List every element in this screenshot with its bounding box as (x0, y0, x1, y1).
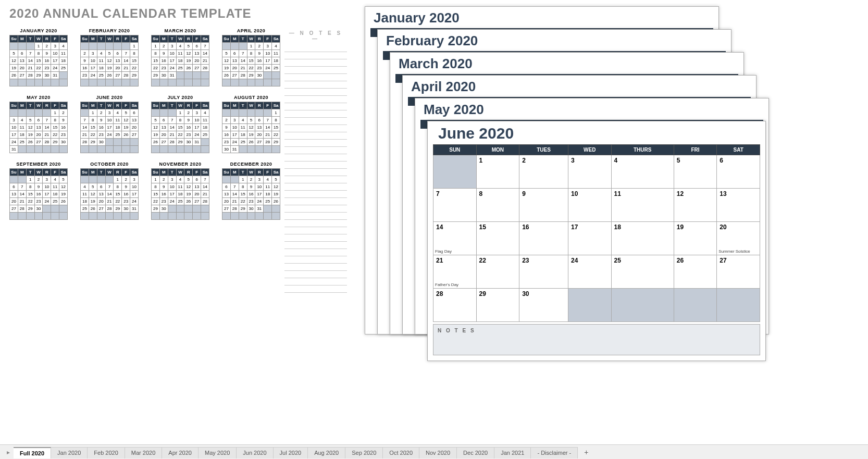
calendar-cell[interactable]: 7 (433, 189, 477, 222)
large-month-table: SUNMONTUESWEDTHURSFRISAT 123456789101112… (433, 144, 760, 322)
calendar-cell[interactable]: 29 (476, 289, 519, 322)
mini-month-title: JANUARY 2020 (9, 28, 68, 33)
sheet-tab[interactable]: May 2020 (199, 447, 237, 458)
mini-month-title: OCTOBER 2020 (80, 162, 139, 167)
annual-calendar: 2020 ANNUAL CALENDAR TEMPLATE JANUARY 20… (9, 6, 280, 220)
calendar-cell[interactable]: 21Father's Day (433, 255, 477, 289)
calendar-cell[interactable]: 30 (519, 289, 568, 322)
mini-month-title: SEPTEMBER 2020 (9, 162, 68, 167)
sheet-tab[interactable]: Apr 2020 (162, 447, 199, 458)
calendar-cell[interactable]: 11 (611, 189, 674, 222)
mini-month-title: NOVEMBER 2020 (151, 162, 209, 167)
mini-month: OCTOBER 2020SuMTWRFSa1234567891011121314… (80, 162, 139, 220)
calendar-cell[interactable]: 20Summer Solstice (717, 222, 760, 255)
notes-label: — N O T E S — (284, 30, 347, 42)
mini-month: FEBRUARY 2020SuMTWRFSa123456789101112131… (80, 28, 139, 86)
calendar-cell[interactable]: 26 (674, 255, 717, 289)
sheet-title: May 2020 (424, 102, 763, 118)
calendar-cell[interactable]: 19 (674, 222, 717, 255)
page-title: 2020 ANNUAL CALENDAR TEMPLATE (9, 6, 280, 21)
sheet-tab[interactable]: - Disclaimer - (531, 447, 578, 458)
calendar-cell[interactable]: 2 (519, 155, 568, 189)
mini-month-title: FEBRUARY 2020 (80, 28, 139, 33)
tab-nav-prev[interactable]: ▸ (3, 449, 14, 456)
sheet-tab[interactable]: Jul 2020 (274, 447, 308, 458)
mini-month: MAY 2020SuMTWRFSa12345678910111213141516… (9, 95, 68, 153)
calendar-cell[interactable]: 28 (433, 289, 477, 322)
calendar-cell[interactable] (674, 289, 717, 322)
event-label: Flag Day (435, 249, 452, 254)
calendar-cell[interactable] (568, 289, 611, 322)
mini-month: NOVEMBER 2020SuMTWRFSa123456789101112131… (151, 162, 209, 220)
mini-month-title: AUGUST 2020 (222, 95, 280, 100)
mini-month: MARCH 2020SuMTWRFSa123456789101112131415… (151, 28, 209, 86)
calendar-cell[interactable] (717, 289, 760, 322)
mini-months-grid: JANUARY 2020SuMTWRFSa1234567891011121314… (9, 28, 280, 220)
mini-month: AUGUST 2020SuMTWRFSa12345678910111213141… (222, 95, 280, 153)
sheet-tab[interactable]: Jun 2020 (237, 447, 273, 458)
sheet-tab[interactable]: Jan 2020 (51, 447, 88, 458)
mini-month-title: JUNE 2020 (80, 95, 139, 100)
calendar-cell[interactable]: 5 (674, 155, 717, 189)
mini-month: SEPTEMBER 2020SuMTWRFSa12345678910111213… (9, 162, 68, 220)
mini-month-title: MARCH 2020 (151, 28, 209, 33)
event-label: Summer Solstice (718, 249, 750, 254)
calendar-cell[interactable]: 15 (476, 222, 519, 255)
calendar-cell[interactable]: 22 (476, 255, 519, 289)
calendar-cell[interactable]: 17 (568, 222, 611, 255)
sheet-tab[interactable]: Full 2020 (14, 447, 51, 458)
calendar-cell[interactable]: 24 (568, 255, 611, 289)
sheet-tab[interactable]: Nov 2020 (419, 447, 457, 458)
mini-month: JANUARY 2020SuMTWRFSa1234567891011121314… (9, 28, 68, 86)
mini-month-title: JULY 2020 (151, 95, 209, 100)
sheet-title: April 2020 (411, 79, 751, 95)
calendar-cell[interactable]: 8 (476, 189, 519, 222)
sheet-tab[interactable]: Aug 2020 (308, 447, 345, 458)
event-label: Father's Day (435, 282, 458, 287)
sheet-title: March 2020 (399, 56, 738, 72)
calendar-cell[interactable]: 27 (717, 255, 760, 289)
sheet-tab[interactable]: Mar 2020 (125, 447, 162, 458)
calendar-cell[interactable]: 25 (611, 255, 674, 289)
calendar-cell[interactable]: 6 (717, 155, 760, 189)
calendar-cell[interactable] (611, 289, 674, 322)
calendar-cell[interactable]: 10 (568, 189, 611, 222)
calendar-cell[interactable] (433, 155, 477, 189)
sheet-tab[interactable]: Feb 2020 (88, 447, 125, 458)
mini-month-title: APRIL 2020 (222, 28, 280, 33)
large-month-title: June 2020 (438, 125, 760, 142)
sheet-tab[interactable]: Jan 2021 (494, 447, 531, 458)
notes-column: — N O T E S — (284, 30, 347, 293)
calendar-cell[interactable]: 14Flag Day (433, 222, 477, 255)
calendar-cell[interactable]: 23 (519, 255, 568, 289)
sheet-tab[interactable]: Oct 2020 (383, 447, 419, 458)
calendar-cell[interactable]: 1 (476, 155, 519, 189)
calendar-cell[interactable]: 16 (519, 222, 568, 255)
tab-add[interactable]: + (578, 446, 594, 458)
calendar-cell[interactable]: 13 (717, 189, 760, 222)
mini-month: JUNE 2020SuMTWRFSa1234567891011121314151… (80, 95, 139, 153)
calendar-cell[interactable]: 9 (519, 189, 568, 222)
sheet-tabs: ▸ Full 2020Jan 2020Feb 2020Mar 2020Apr 2… (0, 444, 868, 459)
large-month-calendar: June 2020 SUNMONTUESWEDTHURSFRISAT 12345… (427, 121, 766, 361)
calendar-cell[interactable]: 3 (568, 155, 611, 189)
mini-month-title: DECEMBER 2020 (222, 162, 280, 167)
sheet-title: February 2020 (386, 33, 726, 49)
sheet-title: January 2020 (374, 10, 713, 26)
calendar-cell[interactable]: 12 (674, 189, 717, 222)
sheet-tab[interactable]: Dec 2020 (457, 447, 494, 458)
calendar-cell[interactable]: 4 (611, 155, 674, 189)
notes-box[interactable]: N O T E S (433, 324, 760, 355)
mini-month: DECEMBER 2020SuMTWRFSa123456789101112131… (222, 162, 280, 220)
sheet-tab[interactable]: Sep 2020 (345, 447, 383, 458)
calendar-cell[interactable]: 18 (611, 222, 674, 255)
mini-month-title: MAY 2020 (9, 95, 68, 100)
mini-month: APRIL 2020SuMTWRFSa123456789101112131415… (222, 28, 280, 86)
mini-month: JULY 2020SuMTWRFSa1234567891011121314151… (151, 95, 209, 153)
